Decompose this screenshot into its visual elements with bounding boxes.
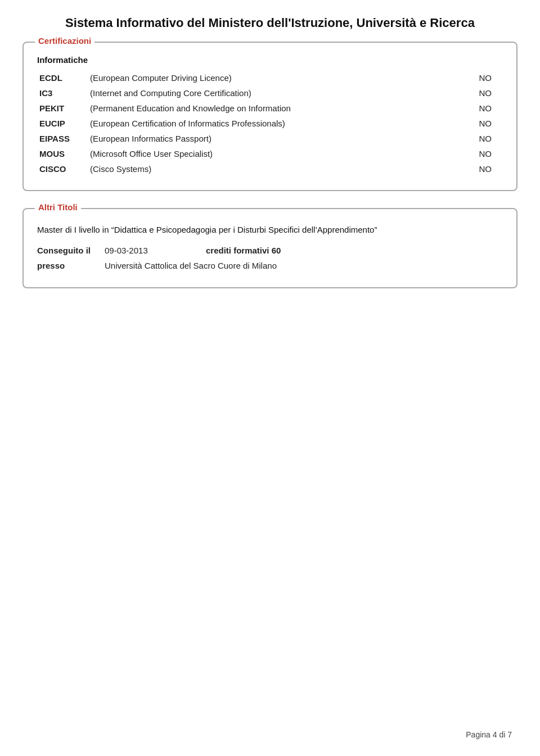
cert-description: (Permanent Education and Knowledge on In…: [88, 101, 458, 116]
cert-value: NO: [458, 85, 503, 101]
page-title: Sistema Informativo del Ministero dell'I…: [0, 0, 540, 42]
table-row: ECDL(European Computer Driving Licence)N…: [37, 70, 503, 85]
cert-value: NO: [458, 161, 503, 176]
cert-table: ECDL(European Computer Driving Licence)N…: [37, 70, 503, 176]
informatiche-subtitle: Informatiche: [37, 55, 503, 65]
cert-code: EIPASS: [37, 131, 88, 146]
cert-value: NO: [458, 146, 503, 161]
cert-code: PEKIT: [37, 101, 88, 116]
conseguito-row: Conseguito il 09-03-2013 crediti formati…: [37, 246, 503, 255]
certificazioni-label: Certificazioni: [35, 36, 94, 46]
table-row: PEKIT(Permanent Education and Knowledge …: [37, 101, 503, 116]
conseguito-value: 09-03-2013: [105, 246, 195, 255]
table-row: IC3(Internet and Computing Core Certific…: [37, 85, 503, 101]
certificazioni-section: Certificazioni Informatiche ECDL(Europea…: [22, 42, 518, 191]
cert-code: EUCIP: [37, 116, 88, 131]
altri-titoli-label: Altri Titoli: [35, 202, 81, 212]
cert-value: NO: [458, 101, 503, 116]
cert-description: (European Informatics Passport): [88, 131, 458, 146]
cert-code: ECDL: [37, 70, 88, 85]
cert-description: (Cisco Systems): [88, 161, 458, 176]
presso-label: presso: [37, 261, 105, 270]
page-footer: Pagina 4 di 7: [466, 730, 512, 739]
presso-value: Università Cattolica del Sacro Cuore di …: [105, 261, 277, 270]
cert-code: IC3: [37, 85, 88, 101]
presso-row: presso Università Cattolica del Sacro Cu…: [37, 261, 503, 270]
table-row: EUCIP(European Certification of Informat…: [37, 116, 503, 131]
table-row: EIPASS(European Informatics Passport)NO: [37, 131, 503, 146]
cert-value: NO: [458, 131, 503, 146]
cert-description: (European Computer Driving Licence): [88, 70, 458, 85]
cert-code: CISCO: [37, 161, 88, 176]
master-title: Master di I livello in “Didattica e Psic…: [37, 225, 503, 234]
table-row: MOUS(Microsoft Office User Specialist)NO: [37, 146, 503, 161]
crediti-label: crediti formativi 60: [206, 246, 281, 255]
cert-code: MOUS: [37, 146, 88, 161]
table-row: CISCO(Cisco Systems)NO: [37, 161, 503, 176]
conseguito-label: Conseguito il: [37, 246, 105, 255]
cert-value: NO: [458, 70, 503, 85]
altri-titoli-section: Altri Titoli Master di I livello in “Did…: [22, 208, 518, 288]
cert-description: (European Certification of Informatics P…: [88, 116, 458, 131]
cert-description: (Internet and Computing Core Certificati…: [88, 85, 458, 101]
cert-value: NO: [458, 116, 503, 131]
cert-description: (Microsoft Office User Specialist): [88, 146, 458, 161]
